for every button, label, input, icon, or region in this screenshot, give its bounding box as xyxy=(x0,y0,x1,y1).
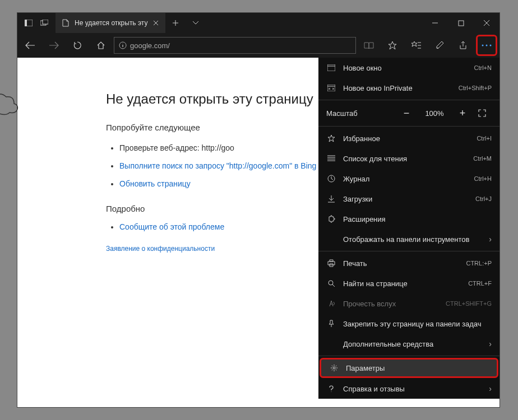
site-info-icon[interactable] xyxy=(119,41,127,49)
menu-label: Избранное xyxy=(343,134,470,143)
address-bar[interactable]: google.com/ xyxy=(114,37,356,54)
svg-point-16 xyxy=(333,367,335,369)
home-button[interactable] xyxy=(90,35,112,56)
menu-label: Справка и отзывы xyxy=(343,385,482,393)
tab-title: Не удается открыть эту xyxy=(75,19,147,27)
reading-list-icon xyxy=(326,155,336,162)
details-list: Сообщите об этой проблеме xyxy=(106,222,319,231)
try-label: Попробуйте следующее xyxy=(106,123,319,132)
menu-shortcut: CTRL+F xyxy=(468,280,492,287)
close-window-button[interactable] xyxy=(474,13,499,33)
refresh-button[interactable] xyxy=(67,35,88,56)
gear-icon xyxy=(329,364,339,372)
suggestion-list: Проверьте веб-адрес: http://goo Выполнит… xyxy=(106,143,319,188)
menu-show-in-toolbar[interactable]: Отображать на панели инструментов › xyxy=(318,229,499,249)
menu-label: Журнал xyxy=(343,175,468,183)
url-text: google.com/ xyxy=(130,41,170,50)
new-tab-button[interactable] xyxy=(165,20,186,26)
share-icon[interactable] xyxy=(452,35,474,56)
help-icon xyxy=(326,385,336,393)
zoom-label: Масштаб xyxy=(326,109,391,118)
zoom-out-button[interactable]: − xyxy=(400,108,413,119)
menu-inprivate[interactable]: Новое окно InPrivate Ctrl+Shift+P xyxy=(318,78,499,98)
menu-history[interactable]: Журнал Ctrl+H xyxy=(318,169,499,189)
menu-settings[interactable]: Параметры xyxy=(320,358,498,378)
menu-read-aloud: Прочесть вслух CTRL+SHIFT+G xyxy=(318,293,499,314)
print-icon xyxy=(326,259,336,267)
search-link[interactable]: Выполните поиск по запросу "http://googl… xyxy=(119,161,316,170)
menu-extensions[interactable]: Расширения xyxy=(318,209,499,229)
suggestion-refresh: Обновить страницу xyxy=(119,179,319,188)
maximize-button[interactable] xyxy=(448,13,474,33)
window-icon xyxy=(326,64,336,71)
menu-shortcut: Ctrl+Shift+P xyxy=(459,85,492,91)
menu-label: Печать xyxy=(343,259,459,268)
refresh-link[interactable]: Обновить страницу xyxy=(119,179,191,188)
browser-tab[interactable]: Не удается открыть эту xyxy=(55,13,165,33)
favorites-list-icon[interactable] xyxy=(405,35,427,56)
menu-downloads[interactable]: Загрузки Ctrl+J xyxy=(318,189,499,209)
tab-close-icon[interactable] xyxy=(152,19,160,27)
titlebar-left-icons xyxy=(17,18,55,27)
menu-more-tools[interactable]: Дополнительные средства › xyxy=(318,334,499,354)
menu-label: Загрузки xyxy=(343,195,469,203)
tab-dropdown-icon[interactable] xyxy=(186,21,206,25)
menu-shortcut: Ctrl+J xyxy=(475,195,492,202)
menu-label: Новое окно InPrivate xyxy=(343,84,452,92)
privacy-link[interactable]: Заявление о конфиденциальности xyxy=(106,245,215,253)
error-title: Не удается открыть эту страницу xyxy=(106,91,319,107)
svg-point-6 xyxy=(482,45,484,46)
chevron-right-icon: › xyxy=(489,235,492,244)
menu-shortcut: Ctrl+H xyxy=(474,175,492,182)
favorite-star-icon[interactable] xyxy=(382,35,403,56)
history-icon xyxy=(326,175,336,183)
svg-rect-4 xyxy=(459,21,464,26)
menu-label: Найти на странице xyxy=(343,279,461,288)
menu-shortcut: CTRL+SHIFT+G xyxy=(446,300,492,307)
menu-label: Расширения xyxy=(343,215,492,223)
forward-button[interactable] xyxy=(43,35,64,56)
more-button[interactable] xyxy=(476,35,497,56)
fullscreen-button[interactable] xyxy=(478,109,492,117)
tab-preview-icon[interactable] xyxy=(40,18,49,27)
menu-label: Параметры xyxy=(346,364,489,372)
menu-label: Новое окно xyxy=(343,64,468,72)
svg-rect-3 xyxy=(43,20,48,24)
menu-label: Список для чтения xyxy=(343,155,466,163)
toolbar: google.com/ xyxy=(17,33,499,58)
tab-aside-icon[interactable] xyxy=(24,18,33,27)
menu-label: Дополнительные средства xyxy=(343,340,482,348)
menu-help[interactable]: Справка и отзывы › xyxy=(318,379,499,399)
reading-view-icon[interactable] xyxy=(358,35,380,56)
chevron-right-icon: › xyxy=(489,384,492,393)
back-button[interactable] xyxy=(20,35,41,56)
menu-label: Прочесть вслух xyxy=(343,300,439,308)
menu-reading-list[interactable]: Список для чтения Ctrl+M xyxy=(318,148,499,169)
settings-menu: Новое окно Ctrl+N Новое окно InPrivate C… xyxy=(318,58,499,399)
zoom-in-button[interactable]: + xyxy=(456,108,469,119)
menu-pin[interactable]: Закрепить эту страницу на панели задач xyxy=(318,314,499,334)
menu-print[interactable]: Печать CTRL:+P xyxy=(318,253,499,273)
menu-label: Отображать на панели инструментов xyxy=(343,235,482,244)
svg-point-7 xyxy=(486,45,488,46)
read-aloud-icon xyxy=(326,300,336,307)
report-link[interactable]: Сообщите об этой проблеме xyxy=(119,222,224,231)
minimize-button[interactable] xyxy=(422,13,448,33)
search-icon xyxy=(326,279,336,287)
svg-rect-1 xyxy=(25,20,27,26)
menu-find[interactable]: Найти на странице CTRL+F xyxy=(318,273,499,293)
inprivate-icon xyxy=(326,85,336,91)
zoom-value: 100% xyxy=(422,109,447,118)
menu-new-window[interactable]: Новое окно Ctrl+N xyxy=(318,58,499,78)
suggestion-check: Проверьте веб-адрес: http://goo xyxy=(119,143,319,152)
notes-icon[interactable] xyxy=(429,35,450,56)
extensions-icon xyxy=(326,215,336,223)
menu-favorites[interactable]: Избранное Ctrl+I xyxy=(318,128,499,148)
title-bar: Не удается открыть эту xyxy=(17,13,499,33)
browser-window: Не удается открыть эту xyxy=(17,12,500,408)
star-icon xyxy=(326,134,336,142)
download-icon xyxy=(326,195,336,203)
chevron-right-icon: › xyxy=(489,339,492,348)
suggestion-search: Выполните поиск по запросу "http://googl… xyxy=(119,161,319,170)
page-icon xyxy=(61,18,70,27)
